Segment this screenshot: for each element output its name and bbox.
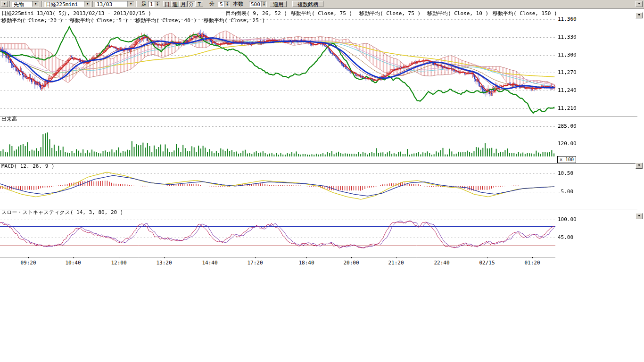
x-axis-tick-label: 18:40: [295, 260, 318, 266]
period-button-T[interactable]: T: [195, 1, 203, 7]
price-chart-canvas[interactable]: [0, 10, 555, 258]
contract-month-value: 13/03: [97, 1, 112, 8]
indicator-label: 移動平均( Close, 40 ): [135, 18, 197, 24]
symbol-select[interactable]: 日経225mini ▼: [44, 1, 91, 7]
chevron-down-icon[interactable]: ▼: [127, 1, 134, 7]
toolbar: ▼ 先物 ▼ 日経225mini ▼ 13/03 ▼ 足 1 ▲▼ 分 5 ▲▼: [0, 0, 644, 9]
x-axis-tick-label: 22:40: [430, 260, 453, 266]
toolbar-separator: [136, 1, 137, 7]
y-axis-tick-label: -5.00: [558, 189, 573, 195]
chevron-down-icon[interactable]: ▼: [84, 1, 91, 7]
minute-unit-label: 分: [209, 1, 215, 7]
y-axis-tick-label: 10.50: [558, 170, 573, 176]
chevron-down-icon[interactable]: ▼: [32, 1, 39, 7]
toolbar-separator: [9, 1, 10, 7]
contract-month-select[interactable]: 13/03 ▼: [95, 1, 134, 7]
apply-button[interactable]: 適用: [270, 1, 287, 7]
indicator-label: 移動平均( Close, 10 ): [427, 11, 488, 16]
y-axis-tick-label: 11,360: [558, 16, 577, 22]
x-axis-tick-label: 09:20: [17, 260, 40, 266]
toolbar-separator: [92, 1, 93, 7]
indicator-label: 移動平均( Close, 20 ): [1, 18, 63, 24]
period-button-月[interactable]: 月: [179, 1, 187, 7]
y-axis-tick-label: 11,270: [558, 69, 577, 75]
toolbar-left-dropdown-button[interactable]: ▼: [1, 1, 8, 7]
x-axis-tick-label: 21:20: [385, 260, 407, 266]
indicator-label: 移動平均( Close, 75 ): [291, 11, 352, 16]
y-axis-tick-label: 120.00: [558, 140, 577, 147]
panel-divider: [0, 116, 637, 116]
y-axis-tick-label: 11,300: [558, 52, 577, 58]
x-axis-tick-label: 13:20: [153, 260, 175, 266]
y-axis-tick-label: 11,330: [558, 34, 577, 40]
category-select-value: 先物: [14, 1, 24, 8]
macd-panel-dropdown-button[interactable]: ▼: [636, 163, 643, 169]
category-select[interactable]: 先物 ▼: [12, 1, 39, 7]
multi-symbol-button[interactable]: 複数銘柄: [292, 1, 323, 7]
bar-type-label: 足: [141, 1, 147, 7]
spin-down-icon[interactable]: ▼: [262, 4, 266, 6]
x-axis-tick-label: 01:20: [521, 260, 544, 266]
spin-down-icon[interactable]: ▼: [155, 4, 160, 6]
interval-stepper[interactable]: 1 ▲▼: [148, 1, 160, 7]
price-panel-dropdown-button[interactable]: ▼: [636, 12, 643, 18]
period-button-分[interactable]: 分: [187, 1, 195, 7]
y-axis-tick-label: 11,240: [558, 87, 577, 93]
symbol-select-value: 日経225mini: [46, 1, 78, 8]
bar-count-stepper[interactable]: 500 ▲▼: [249, 1, 267, 7]
x-axis-tick-label: 10:40: [62, 260, 84, 266]
minutes-stepper[interactable]: 5 ▲▼: [218, 1, 230, 7]
x-axis-tick-label: 14:40: [198, 260, 221, 266]
y-axis-tick-label: 285.00: [558, 123, 577, 129]
chart-application: ▼ 先物 ▼ 日経225mini ▼ 13/03 ▼ 足 1 ▲▼ 分 5 ▲▼: [0, 0, 644, 362]
chart-title: 日経225mini 13/03( 5分, 2013/02/13 - 2013/0…: [1, 11, 151, 16]
bar-count-value: 500: [251, 1, 260, 8]
panel-divider: [0, 163, 637, 164]
x-axis-tick-label: 02/15: [476, 260, 498, 266]
x-axis-tick-label: 12:00: [107, 260, 130, 266]
x-axis-tick-label: 20:00: [340, 260, 363, 266]
macd-panel-label: MACD( 12, 26, 9 ): [1, 164, 55, 169]
indicator-label: 一目均衡表( 9, 26, 52 ): [221, 11, 287, 16]
spin-down-icon[interactable]: ▼: [225, 4, 230, 6]
indicator-label: 移動平均( Close, 150 ): [493, 11, 557, 16]
toolbar-scroll-dropdown-button[interactable]: ▼: [636, 1, 643, 7]
volume-multiplier-badge: × 100: [557, 156, 576, 163]
period-button-週[interactable]: 週: [171, 1, 179, 7]
y-axis-tick-label: 11,210: [558, 105, 577, 111]
toolbar-separator: [41, 1, 42, 7]
x-axis-tick-label: 17:20: [244, 260, 266, 266]
y-axis-tick-label: 45.00: [558, 234, 573, 240]
stoch-panel-dropdown-button[interactable]: ▼: [636, 213, 643, 219]
period-button-日[interactable]: 日: [163, 1, 171, 7]
interval-value: 1: [150, 1, 153, 8]
volume-panel-label: 出来高: [1, 116, 17, 122]
minutes-value: 5: [220, 1, 223, 8]
indicator-label: 移動平均( Close, 75 ): [359, 11, 421, 16]
y-axis-tick-label: 100.00: [558, 216, 577, 222]
indicator-label: 移動平均( Close, 5 ): [70, 18, 128, 24]
bar-count-label: 本数: [233, 1, 243, 7]
indicator-label: 移動平均( Close, 25 ): [204, 18, 265, 24]
stoch-panel-label: スロー・ストキャスティクス( 14, 3, 80, 20 ): [1, 210, 123, 215]
chevron-down-icon: ▼: [1, 1, 8, 7]
